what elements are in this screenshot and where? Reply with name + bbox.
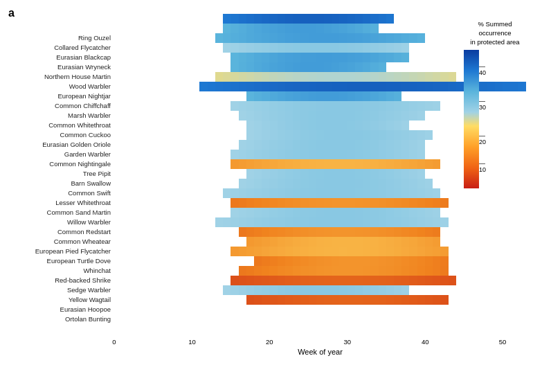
y-label: Garden Warbler <box>7 150 114 159</box>
heatmap-cell <box>293 150 300 159</box>
y-label: Eurasian Wryneck <box>7 62 114 72</box>
y-label: European Pied Flycatcher <box>7 247 114 256</box>
heatmap-cell <box>425 159 433 169</box>
heatmap-cell <box>401 169 409 179</box>
heatmap-cell <box>269 140 277 150</box>
heatmap-cell <box>449 276 456 285</box>
heatmap-cell <box>215 72 223 82</box>
heatmap-cell <box>278 91 285 101</box>
heatmap-cell <box>386 159 394 169</box>
heatmap-cell <box>285 121 293 130</box>
heatmap-cell <box>239 188 246 198</box>
heatmap-cell <box>231 33 238 43</box>
heatmap-cell <box>231 62 238 72</box>
heatmap-cell <box>324 285 332 295</box>
heatmap-cell <box>363 256 370 266</box>
cell-spacer <box>114 237 246 246</box>
heatmap-cell <box>339 53 347 62</box>
heatmap-cell <box>339 121 347 130</box>
heatmap-cell <box>278 198 285 208</box>
heatmap-cell <box>223 24 231 33</box>
heatmap-cell <box>370 82 378 91</box>
heatmap-cell <box>339 82 347 91</box>
heatmap-cell <box>394 111 401 121</box>
heatmap-cell <box>339 188 347 198</box>
heatmap-cell <box>309 247 316 256</box>
heatmap-cell <box>262 266 269 276</box>
heatmap-cell <box>339 150 347 159</box>
heatmap-cell <box>324 14 332 24</box>
heatmap-cell <box>332 121 339 130</box>
heatmap-cell <box>409 111 417 121</box>
heatmap-cell <box>246 198 254 208</box>
heatmap-cell <box>339 247 347 256</box>
heatmap-cell <box>386 276 394 285</box>
heatmap-cell <box>355 150 363 159</box>
heatmap-cell <box>254 62 262 72</box>
heatmap-cell <box>285 247 293 256</box>
heatmap-cell <box>409 227 417 237</box>
heatmap-cell <box>324 91 332 101</box>
heatmap-cell <box>316 140 324 150</box>
heatmap-cell <box>285 159 293 169</box>
heatmap-cell <box>309 53 316 62</box>
heatmap-cell <box>254 285 262 295</box>
heatmap-cell <box>246 53 254 62</box>
heatmap-cell <box>254 72 262 82</box>
heatmap-cell <box>363 169 370 179</box>
heatmap-cell <box>401 179 409 188</box>
heatmap-cell <box>394 198 401 208</box>
cell-spacer <box>114 33 215 42</box>
y-label: Barn Swallow <box>7 179 114 188</box>
heatmap-cell <box>285 276 293 285</box>
heatmap-cell <box>425 266 433 276</box>
heatmap-cell <box>246 169 254 179</box>
heatmap-cell <box>316 276 324 285</box>
x-tick: 0 <box>112 338 116 346</box>
heatmap-cell <box>386 247 394 256</box>
heatmap-cell <box>293 24 300 33</box>
heatmap-cell <box>278 256 285 266</box>
heatmap-cell <box>293 62 300 72</box>
heatmap-cell <box>363 14 370 24</box>
y-label: Common Wheatear <box>7 237 114 247</box>
heatmap-cell <box>285 188 293 198</box>
legend-tick: — 20 <box>479 133 486 145</box>
heatmap-cell <box>262 43 269 53</box>
heatmap-cell <box>300 159 308 169</box>
heatmap-cell <box>254 43 262 53</box>
heatmap-cell <box>300 208 308 217</box>
heatmap-cell <box>379 101 386 111</box>
cell-spacer <box>114 62 231 71</box>
cell-spacer <box>114 72 215 81</box>
heatmap-cell <box>300 111 308 121</box>
heatmap-cell <box>409 150 417 159</box>
heatmap-cell <box>401 285 409 295</box>
heatmap-cell <box>293 295 300 305</box>
heatmap-cell <box>254 295 262 305</box>
heatmap-cell <box>269 198 277 208</box>
heatmap-cell <box>379 198 386 208</box>
heatmap-cell <box>355 72 363 82</box>
heatmap-cell <box>379 237 386 247</box>
heatmap-cell <box>309 140 316 150</box>
heatmap-cell <box>332 217 339 227</box>
heatmap-cell <box>239 179 246 188</box>
heatmap-cell <box>324 188 332 198</box>
heatmap-cell <box>417 82 425 91</box>
heatmap-cell <box>347 130 355 140</box>
heatmap-cell <box>386 256 394 266</box>
heatmap-cell <box>309 208 316 217</box>
heatmap-cell <box>269 14 277 24</box>
cell-spacer <box>114 43 223 52</box>
heatmap-cell <box>332 14 339 24</box>
heatmap-cell <box>440 198 448 208</box>
heatmap-cell <box>355 111 363 121</box>
heatmap-cell <box>309 33 316 43</box>
heatmap-cell <box>339 295 347 305</box>
heatmap-cell <box>379 208 386 217</box>
heatmap-cell <box>262 101 269 111</box>
heatmap-cell <box>309 101 316 111</box>
heatmap-cell <box>425 198 433 208</box>
heatmap-cell <box>300 24 308 33</box>
